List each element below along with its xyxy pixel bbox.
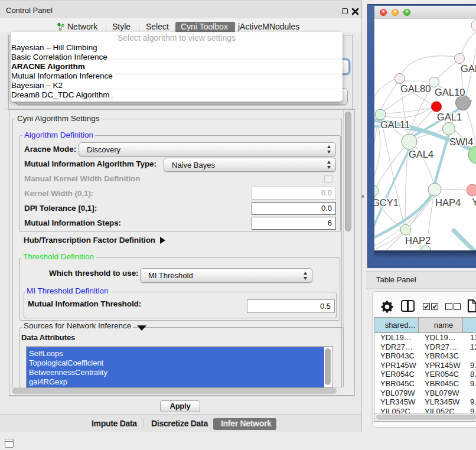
svg-text:GAL: GAL bbox=[461, 63, 476, 74]
svg-text:GAL10: GAL10 bbox=[435, 87, 465, 97]
svg-text:GAL11: GAL11 bbox=[380, 119, 410, 130]
svg-text:HAP2: HAP2 bbox=[405, 235, 431, 246]
svg-text:GCY1: GCY1 bbox=[374, 197, 399, 208]
svg-text:GAL4: GAL4 bbox=[409, 149, 433, 159]
svg-text:SWI4: SWI4 bbox=[449, 136, 473, 147]
svg-text:Y: Y bbox=[472, 197, 476, 207]
svg-text:GAL1: GAL1 bbox=[437, 112, 462, 122]
svg-text:HAP4: HAP4 bbox=[435, 197, 461, 208]
svg-text:GAL80: GAL80 bbox=[400, 83, 431, 94]
